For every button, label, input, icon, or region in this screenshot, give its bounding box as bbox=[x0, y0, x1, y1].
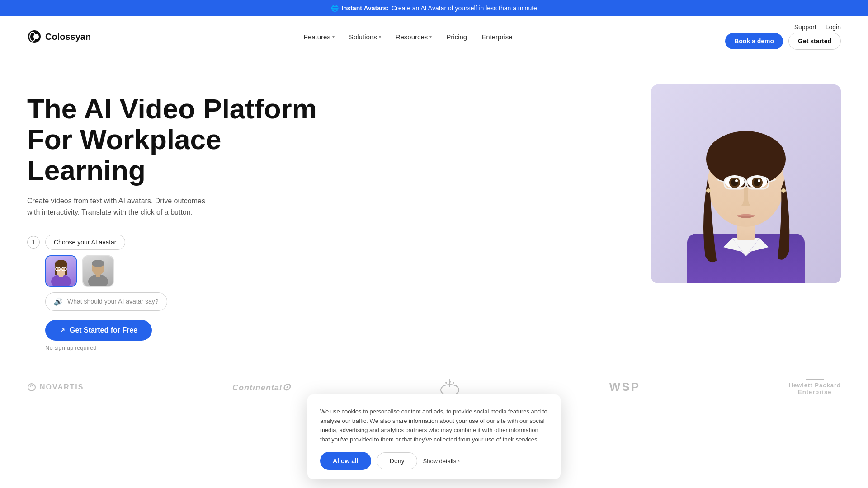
hero-title: The AI Video Platform For Workplace Lear… bbox=[27, 94, 344, 186]
logo-paramount bbox=[439, 378, 461, 396]
svg-point-30 bbox=[758, 179, 760, 182]
hero-left: The AI Video Platform For Workplace Lear… bbox=[27, 84, 344, 351]
avatar-female-icon bbox=[47, 256, 75, 286]
main-avatar-svg bbox=[651, 84, 841, 283]
logo-wsp: WSP bbox=[609, 380, 640, 394]
nav-pricing-link[interactable]: Pricing bbox=[446, 33, 467, 41]
no-signup-text: No sign up required bbox=[45, 344, 344, 351]
logo-novartis: NOVARTIS bbox=[27, 383, 84, 392]
support-link[interactable]: Support bbox=[794, 23, 816, 31]
step-1-row: 1 Choose your AI avatar bbox=[27, 235, 344, 250]
top-banner: 🌐 Instant Avatars: Create an AI Avatar o… bbox=[0, 0, 868, 16]
svg-point-40 bbox=[443, 385, 444, 386]
chevron-down-icon: ▾ bbox=[379, 34, 381, 39]
svg-point-42 bbox=[449, 381, 451, 383]
hero-subtitle: Create videos from text with AI avatars.… bbox=[27, 195, 217, 218]
logo-hpe: Hewlett PackardEnterprise bbox=[789, 379, 841, 396]
logo-text: Colossyan bbox=[45, 32, 91, 42]
nav-solutions-link[interactable]: Solutions ▾ bbox=[349, 33, 381, 41]
logo-continental: Continental⊙ bbox=[232, 381, 291, 393]
svg-point-22 bbox=[708, 132, 784, 177]
avatar-female-thumb[interactable] bbox=[45, 255, 77, 287]
nav-util: Support Login bbox=[794, 23, 841, 31]
banner-highlight: Instant Avatars: bbox=[341, 5, 389, 12]
avatar-male-icon bbox=[85, 256, 112, 286]
svg-point-44 bbox=[455, 385, 457, 386]
svg-point-41 bbox=[445, 382, 447, 384]
banner-emoji: 🌐 bbox=[331, 5, 339, 12]
chevron-down-icon: ▾ bbox=[332, 34, 335, 39]
nav-item-enterprise[interactable]: Enterprise bbox=[481, 33, 512, 41]
nav-features-link[interactable]: Features ▾ bbox=[304, 33, 335, 41]
main-nav: Colossyan Features ▾ Solutions ▾ Resourc… bbox=[0, 16, 868, 57]
nav-actions: Book a demo Get started bbox=[725, 33, 841, 50]
nav-right: Support Login Book a demo Get started bbox=[725, 23, 841, 50]
get-started-nav-button[interactable]: Get started bbox=[788, 33, 841, 50]
nav-item-features[interactable]: Features ▾ bbox=[304, 33, 335, 41]
step-2-placeholder: What should your AI avatar say? bbox=[67, 298, 159, 305]
hero-section: The AI Video Platform For Workplace Lear… bbox=[0, 57, 868, 369]
svg-point-15 bbox=[92, 260, 104, 267]
login-link[interactable]: Login bbox=[826, 23, 841, 31]
book-demo-button[interactable]: Book a demo bbox=[725, 33, 783, 49]
step-1-label: Choose your AI avatar bbox=[45, 235, 125, 250]
cta-label: Get Started for Free bbox=[70, 326, 137, 334]
nav-item-pricing[interactable]: Pricing bbox=[446, 33, 467, 41]
svg-point-43 bbox=[453, 382, 454, 384]
hero-avatar-main bbox=[651, 84, 841, 283]
step-1-number: 1 bbox=[27, 236, 40, 249]
banner-text: Create an AI Avatar of yourself in less … bbox=[392, 5, 537, 12]
svg-point-36 bbox=[706, 188, 711, 193]
avatar-male-thumb[interactable] bbox=[82, 255, 114, 287]
nav-links: Features ▾ Solutions ▾ Resources ▾ Prici… bbox=[304, 33, 513, 41]
nav-item-resources[interactable]: Resources ▾ bbox=[396, 33, 432, 41]
sound-icon: 🔊 bbox=[54, 297, 63, 306]
hero-right-image bbox=[651, 84, 841, 283]
svg-point-2 bbox=[33, 34, 39, 39]
novartis-icon bbox=[27, 383, 36, 392]
nav-item-solutions[interactable]: Solutions ▾ bbox=[349, 33, 381, 41]
chevron-down-icon: ▾ bbox=[429, 34, 432, 39]
cookie-banner: We use cookies to personalise content an… bbox=[307, 394, 561, 414]
logo-link[interactable]: Colossyan bbox=[27, 29, 91, 44]
cookie-text: We use cookies to personalise content an… bbox=[320, 407, 548, 414]
logo-icon bbox=[27, 29, 42, 44]
avatar-options bbox=[45, 255, 344, 287]
steps-container: 1 Choose your AI avatar bbox=[27, 235, 344, 311]
svg-point-37 bbox=[781, 188, 786, 193]
svg-point-26 bbox=[735, 179, 738, 182]
external-link-icon: ↗ bbox=[60, 327, 65, 334]
nav-enterprise-link[interactable]: Enterprise bbox=[481, 33, 512, 41]
get-started-free-button[interactable]: ↗ Get Started for Free bbox=[45, 320, 152, 341]
nav-resources-link[interactable]: Resources ▾ bbox=[396, 33, 432, 41]
paramount-icon bbox=[439, 378, 461, 396]
step-2-ai-say[interactable]: 🔊 What should your AI avatar say? bbox=[45, 292, 167, 311]
